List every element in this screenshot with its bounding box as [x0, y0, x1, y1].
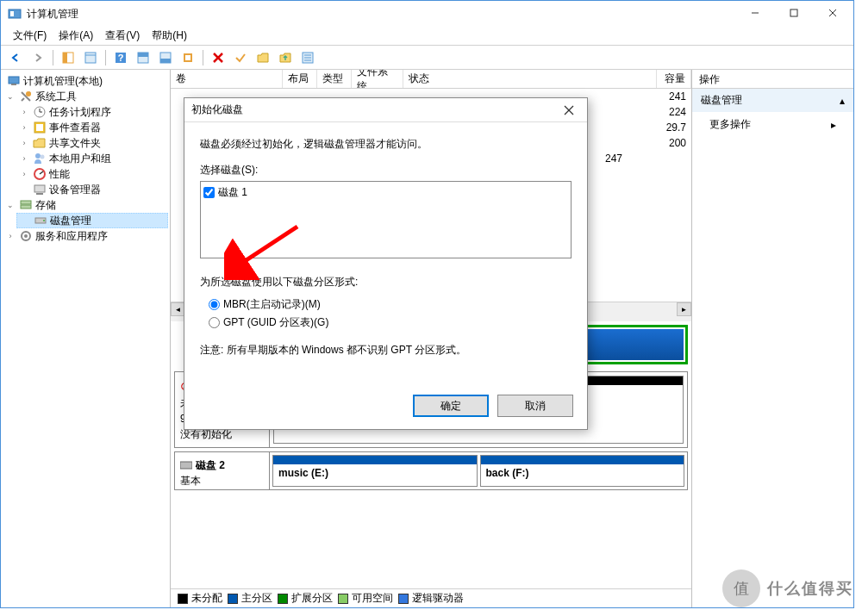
collapse-arrow-icon: ▴: [840, 95, 845, 107]
select-disk-label: 选择磁盘(S):: [200, 162, 572, 177]
view-bottom-button[interactable]: [156, 48, 175, 67]
mbr-radio-row[interactable]: MBR(主启动记录)(M): [209, 296, 572, 312]
disk2-partition-f[interactable]: back (F:): [480, 455, 685, 487]
dialog-note: 注意: 所有早期版本的 Windows 都不识别 GPT 分区形式。: [200, 342, 572, 358]
svg-point-26: [26, 91, 31, 96]
menu-file[interactable]: 文件(F): [8, 27, 52, 45]
maximize-button[interactable]: [774, 1, 813, 25]
disk2-status: 基本: [180, 473, 264, 488]
list-button[interactable]: [298, 48, 317, 67]
collapse-icon[interactable]: ⌄: [4, 92, 16, 101]
actions-pane: 操作 磁盘管理 ▴ 更多操作 ▸: [692, 70, 853, 607]
back-button[interactable]: [6, 48, 25, 67]
partition-style-label: 为所选磁盘使用以下磁盘分区形式:: [200, 274, 572, 289]
legend: 未分配 主分区 扩展分区 可用空间 逻辑驱动器: [171, 588, 691, 607]
check-button[interactable]: [231, 48, 250, 67]
initialize-disk-dialog: 初始化磁盘 磁盘必须经过初始化，逻辑磁盘管理器才能访问。 选择磁盘(S): 磁盘…: [184, 97, 588, 430]
ok-button[interactable]: 确定: [413, 395, 489, 417]
folder-button[interactable]: [253, 48, 272, 67]
gpt-radio-row[interactable]: GPT (GUID 分区表)(G): [209, 314, 572, 330]
col-volume[interactable]: 卷: [171, 70, 283, 88]
svg-rect-37: [36, 193, 43, 195]
settings-button[interactable]: [178, 48, 197, 67]
disk1-check-item[interactable]: 磁盘 1: [203, 184, 569, 201]
actions-more[interactable]: 更多操作 ▸: [692, 112, 853, 137]
separator: [203, 50, 203, 65]
separator: [105, 50, 106, 65]
cancel-button[interactable]: 取消: [497, 395, 573, 417]
scroll-right-button[interactable]: ►: [677, 302, 691, 316]
watermark: 值 什么值得买: [722, 569, 853, 607]
disk-listbox[interactable]: 磁盘 1: [200, 181, 572, 258]
menubar: 文件(F) 操作(A) 查看(V) 帮助(H): [1, 27, 853, 46]
disk2-row: 磁盘 2 基本 music (E:) back (F:): [174, 451, 688, 490]
expand-icon[interactable]: ›: [18, 139, 30, 147]
dialog-close-button[interactable]: [558, 102, 580, 119]
actions-header: 操作: [692, 70, 853, 89]
disk2-info[interactable]: 磁盘 2 基本: [175, 452, 270, 489]
col-capacity[interactable]: 容量: [657, 70, 691, 88]
properties-button[interactable]: [81, 48, 100, 67]
gpt-radio[interactable]: [209, 317, 220, 328]
svg-line-35: [40, 171, 43, 174]
menu-help[interactable]: 帮助(H): [147, 27, 192, 45]
col-layout[interactable]: 布局: [283, 70, 317, 88]
tree-storage[interactable]: ⌄ 存储: [3, 197, 168, 213]
device-icon: [33, 183, 47, 196]
disk1-checkbox[interactable]: [203, 187, 215, 198]
tree-performance[interactable]: › 性能: [16, 166, 168, 182]
dialog-titlebar: 初始化磁盘: [184, 98, 587, 122]
help-button[interactable]: ?: [111, 48, 130, 67]
disk2-name: 磁盘 2: [196, 457, 225, 473]
services-icon: [19, 229, 33, 243]
forward-button[interactable]: [28, 48, 47, 67]
svg-point-41: [43, 220, 45, 221]
menu-view[interactable]: 查看(V): [100, 27, 145, 45]
tree-task-scheduler[interactable]: › 任务计划程序: [16, 104, 168, 120]
dialog-intro: 磁盘必须经过初始化，逻辑磁盘管理器才能访问。: [200, 136, 572, 152]
menu-action[interactable]: 操作(A): [53, 27, 98, 45]
close-button[interactable]: [813, 1, 852, 25]
performance-icon: [33, 167, 47, 181]
legend-logical: 逻辑驱动器: [398, 591, 464, 606]
svg-rect-38: [21, 201, 31, 204]
delete-button[interactable]: [209, 48, 228, 67]
tree-system-tools[interactable]: ⌄ 系统工具: [3, 89, 168, 104]
tree-shared-folders[interactable]: › 共享文件夹: [16, 135, 168, 151]
expand-icon[interactable]: ›: [18, 154, 30, 163]
tree-root[interactable]: 计算机管理(本地): [3, 73, 168, 89]
collapse-icon[interactable]: ⌄: [4, 201, 16, 209]
tree-services[interactable]: › 服务和应用程序: [3, 228, 168, 244]
folder-up-button[interactable]: [276, 48, 295, 67]
legend-extended: 扩展分区: [278, 591, 333, 606]
actions-group[interactable]: 磁盘管理 ▴: [692, 89, 853, 112]
legend-free: 可用空间: [338, 591, 393, 606]
svg-rect-31: [36, 124, 43, 131]
disk2-partition-e[interactable]: music (E:): [272, 455, 478, 487]
clock-icon: [33, 105, 47, 119]
titlebar: 计算机管理: [1, 1, 853, 27]
tree-device-manager[interactable]: 设备管理器: [16, 182, 168, 197]
tree-disk-management[interactable]: 磁盘管理: [16, 213, 168, 228]
tree-local-users[interactable]: › 本地用户和组: [16, 151, 168, 166]
dialog-body: 磁盘必须经过初始化，逻辑磁盘管理器才能访问。 选择磁盘(S): 磁盘 1 为所选…: [184, 122, 587, 371]
col-type[interactable]: 类型: [317, 70, 352, 88]
event-icon: [33, 121, 47, 134]
view-top-button[interactable]: [134, 48, 153, 67]
minimize-button[interactable]: [735, 1, 774, 25]
col-status[interactable]: 状态: [403, 70, 657, 88]
legend-unallocated: 未分配: [178, 591, 222, 606]
expand-icon[interactable]: ›: [4, 232, 16, 240]
svg-point-32: [35, 153, 41, 159]
toolbar: ?: [1, 46, 853, 70]
dialog-buttons: 确定 取消: [413, 395, 573, 417]
watermark-icon: 值: [722, 569, 760, 607]
expand-icon[interactable]: ›: [18, 108, 30, 116]
mbr-radio[interactable]: [209, 299, 220, 310]
expand-icon[interactable]: ›: [18, 170, 30, 178]
show-hide-tree-button[interactable]: [59, 48, 78, 67]
col-filesystem[interactable]: 文件系统: [352, 70, 403, 88]
svg-rect-15: [160, 59, 171, 63]
tree-event-viewer[interactable]: › 事件查看器: [16, 120, 168, 135]
expand-icon[interactable]: ›: [18, 123, 30, 132]
